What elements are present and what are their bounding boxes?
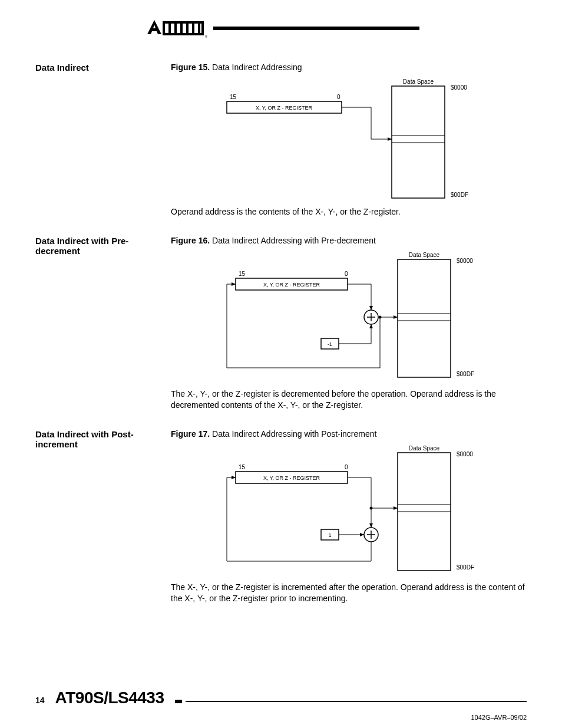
figure-title-text: Data Indirect Addressing with Post-incre… [212, 429, 376, 439]
addr-bottom: $00DF [457, 371, 474, 377]
reg-bit-right: 0 [345, 464, 348, 470]
section-data-indirect: Data Indirect Figure 15. Data Indirect A… [35, 62, 527, 224]
atmel-logo: ® [143, 18, 207, 39]
data-space-label: Data Space [403, 78, 434, 85]
svg-rect-3 [168, 21, 171, 35]
figure-caption: Figure 16. Data Indirect Addressing with… [171, 236, 527, 245]
reg-name: X, Y, OR Z - REGISTER [263, 475, 320, 481]
svg-rect-8 [198, 21, 200, 35]
footer-rule [175, 700, 527, 703]
page-content: Data Indirect Figure 15. Data Indirect A… [0, 62, 562, 611]
doc-code: 1042G–AVR–09/02 [471, 714, 527, 721]
svg-rect-9 [201, 21, 204, 35]
reg-bit-right: 0 [337, 94, 340, 100]
reg-name: X, Y, OR Z - REGISTER [256, 105, 313, 111]
data-space-label: Data Space [409, 445, 440, 452]
figure-label: Figure 17. [171, 429, 210, 439]
svg-rect-6 [186, 21, 189, 35]
offset-value: 1 [328, 532, 331, 538]
addr-top: $0000 [457, 258, 473, 264]
svg-rect-4 [174, 21, 177, 35]
reg-bit-left: 15 [239, 271, 246, 277]
addr-bottom: $00DF [457, 564, 474, 571]
section-post-increment: Data Indirect with Post-increment Figure… [35, 429, 527, 611]
reg-name: X, Y, OR Z - REGISTER [263, 282, 320, 288]
page-footer: 14 AT90S/LS4433 [0, 689, 562, 707]
svg-rect-2 [163, 21, 165, 35]
svg-rect-5 [180, 21, 183, 35]
header-rule [213, 27, 419, 30]
addr-bottom: $00DF [451, 192, 468, 198]
svg-text:®: ® [205, 35, 207, 38]
section-body: The X-, Y-, or the Z-register is increme… [171, 582, 527, 605]
svg-rect-18 [398, 259, 451, 377]
offset-value: -1 [328, 341, 332, 347]
side-title: Data Indirect with Post-increment [35, 429, 159, 611]
page-number: 14 [35, 696, 45, 705]
section-body: The X-, Y-, or the Z-register is decreme… [171, 388, 527, 411]
svg-rect-7 [192, 21, 194, 35]
addr-top: $0000 [457, 451, 473, 457]
figure-caption: Figure 15. Data Indirect Addressing [171, 62, 527, 72]
figure-17-diagram: Data Space $0000 $00DF 15 0 X, Y, OR Z -… [171, 443, 489, 576]
figure-15-diagram: Data Space $0000 $00DF 15 0 X, Y, OR Z -… [171, 77, 489, 200]
section-body: Operand address is the contents of the X… [171, 206, 527, 218]
svg-rect-11 [392, 86, 445, 198]
data-space-label: Data Space [409, 252, 440, 258]
side-title: Data Indirect with Pre-decrement [35, 236, 159, 417]
section-pre-decrement: Data Indirect with Pre-decrement Figure … [35, 236, 527, 417]
reg-bit-left: 15 [239, 464, 246, 470]
figure-label: Figure 16. [171, 236, 210, 245]
figure-16-diagram: Data Space $0000 $00DF 15 0 X, Y, OR Z -… [171, 250, 489, 383]
page-header: ® [0, 0, 562, 51]
reg-bit-left: 15 [230, 94, 237, 100]
reg-bit-right: 0 [345, 271, 348, 277]
figure-label: Figure 15. [171, 62, 210, 72]
side-title: Data Indirect [35, 62, 159, 224]
figure-title-text: Data Indirect Addressing [212, 62, 302, 72]
figure-caption: Figure 17. Data Indirect Addressing with… [171, 429, 527, 439]
doc-title: AT90S/LS4433 [55, 689, 164, 707]
figure-title-text: Data Indirect Addressing with Pre-decrem… [212, 236, 376, 245]
svg-point-35 [379, 315, 382, 318]
addr-top: $0000 [451, 84, 467, 91]
